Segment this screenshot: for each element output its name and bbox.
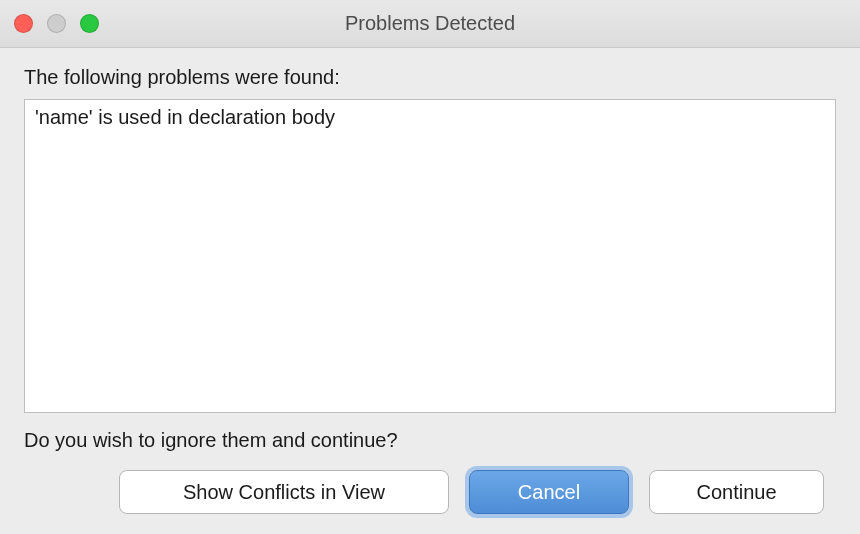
confirmation-prompt: Do you wish to ignore them and continue? [24,429,836,452]
close-window-button[interactable] [14,14,33,33]
dialog-content: The following problems were found: 'name… [0,48,860,534]
traffic-lights [14,14,99,33]
problems-heading: The following problems were found: [24,66,836,89]
window-title: Problems Detected [0,12,860,35]
button-row: Show Conflicts in View Cancel Continue [24,470,836,514]
titlebar: Problems Detected [0,0,860,48]
cancel-button[interactable]: Cancel [469,470,629,514]
continue-button[interactable]: Continue [649,470,824,514]
zoom-window-button[interactable] [80,14,99,33]
show-conflicts-button[interactable]: Show Conflicts in View [119,470,449,514]
problems-list[interactable]: 'name' is used in declaration body [24,99,836,413]
minimize-window-button[interactable] [47,14,66,33]
problem-item: 'name' is used in declaration body [35,106,825,129]
